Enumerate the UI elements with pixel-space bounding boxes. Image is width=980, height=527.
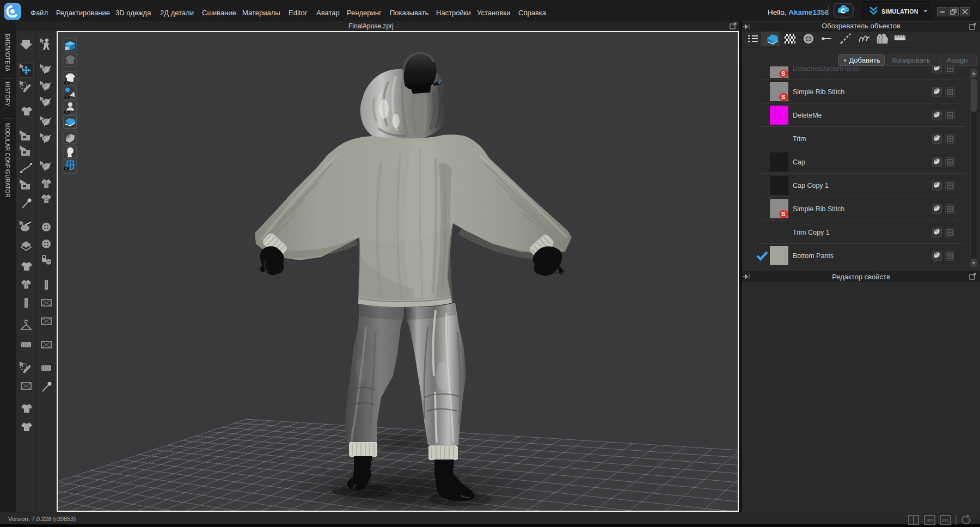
svg-text:2D: 2D bbox=[942, 517, 949, 523]
svg-text:3D: 3D bbox=[927, 517, 933, 523]
